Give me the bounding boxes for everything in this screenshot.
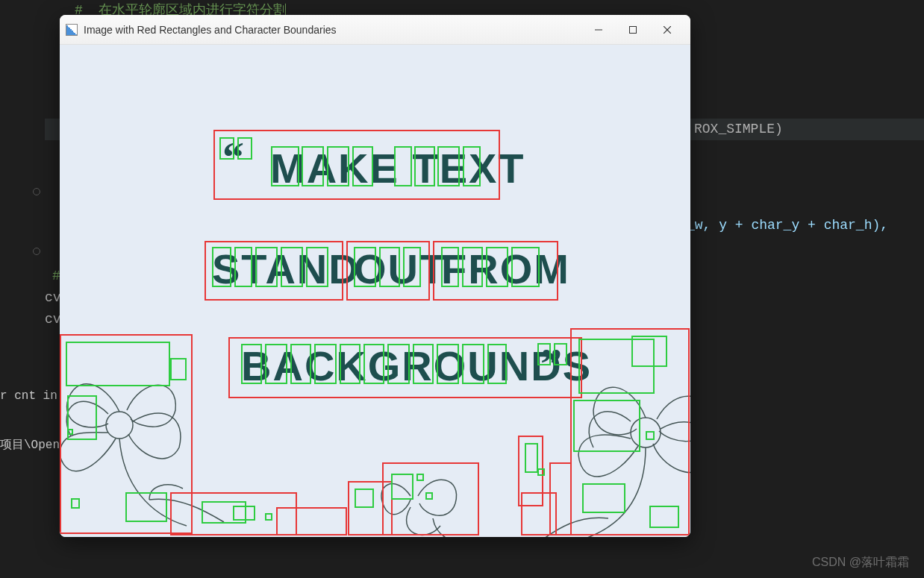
green-char-box (387, 344, 410, 384)
green-char-box (462, 247, 483, 287)
green-char-box (511, 247, 540, 287)
green-char-box (441, 247, 459, 287)
green-char-box (265, 513, 272, 521)
green-char-box (340, 344, 360, 384)
green-char-box (66, 342, 170, 386)
window-app-icon (66, 24, 78, 36)
green-char-box (416, 474, 424, 481)
green-char-box (219, 137, 234, 160)
gutter-breakpoint-1[interactable] (33, 188, 40, 195)
green-char-box (234, 247, 252, 287)
green-char-box (241, 344, 262, 384)
green-char-box (327, 146, 349, 186)
svg-rect-1 (630, 26, 637, 33)
image-viewer-window: Image with Red Rectangles and Character … (60, 15, 690, 537)
green-char-box (537, 468, 545, 476)
image-content: “ MAKE TEXT STAND OUT FROM (60, 45, 690, 537)
green-char-box (170, 358, 187, 380)
csdn-watermark: CSDN @落叶霜霜 (812, 555, 909, 571)
green-char-box (646, 431, 655, 440)
green-char-box (290, 344, 311, 384)
green-char-box (281, 247, 303, 287)
green-char-box (631, 336, 667, 367)
green-char-box (306, 247, 328, 287)
green-char-box (71, 498, 80, 509)
code-fragment-left-2: 项目\Open (0, 437, 60, 453)
green-char-box (314, 344, 337, 384)
close-button[interactable] (650, 18, 684, 42)
green-char-box (414, 146, 435, 186)
green-char-box (486, 247, 508, 287)
red-bounding-box (549, 462, 572, 535)
green-char-box (355, 489, 374, 508)
green-char-box (391, 474, 413, 500)
minimize-button[interactable] (581, 18, 616, 42)
green-char-box (537, 343, 551, 365)
green-char-box (271, 146, 299, 186)
green-char-box (67, 429, 73, 435)
green-char-box (354, 247, 376, 287)
green-char-box (573, 400, 640, 452)
green-char-box (212, 247, 231, 287)
green-char-box (352, 146, 373, 186)
green-char-box (462, 344, 484, 384)
green-char-box (487, 344, 507, 384)
green-char-box (394, 146, 412, 186)
green-char-box (437, 344, 459, 384)
green-char-box (525, 443, 538, 473)
gutter-breakpoint-2[interactable] (33, 248, 40, 255)
green-char-box (463, 146, 481, 186)
green-char-box (255, 247, 278, 287)
green-char-box (125, 492, 167, 522)
maximize-button[interactable] (616, 18, 650, 42)
green-char-box (233, 506, 255, 521)
green-char-box (379, 247, 400, 287)
red-bounding-box (276, 507, 347, 535)
green-char-box (425, 492, 433, 500)
green-char-box (437, 146, 460, 186)
window-titlebar[interactable]: Image with Red Rectangles and Character … (60, 15, 690, 45)
green-char-box (649, 506, 679, 528)
green-char-box (403, 247, 421, 287)
green-char-box (302, 146, 324, 186)
green-char-box (265, 344, 287, 384)
window-title: Image with Red Rectangles and Character … (84, 24, 581, 36)
green-char-box (363, 344, 384, 384)
green-char-box (582, 483, 625, 513)
green-char-box (413, 344, 434, 384)
green-char-box (554, 343, 567, 365)
green-char-box (237, 137, 252, 160)
